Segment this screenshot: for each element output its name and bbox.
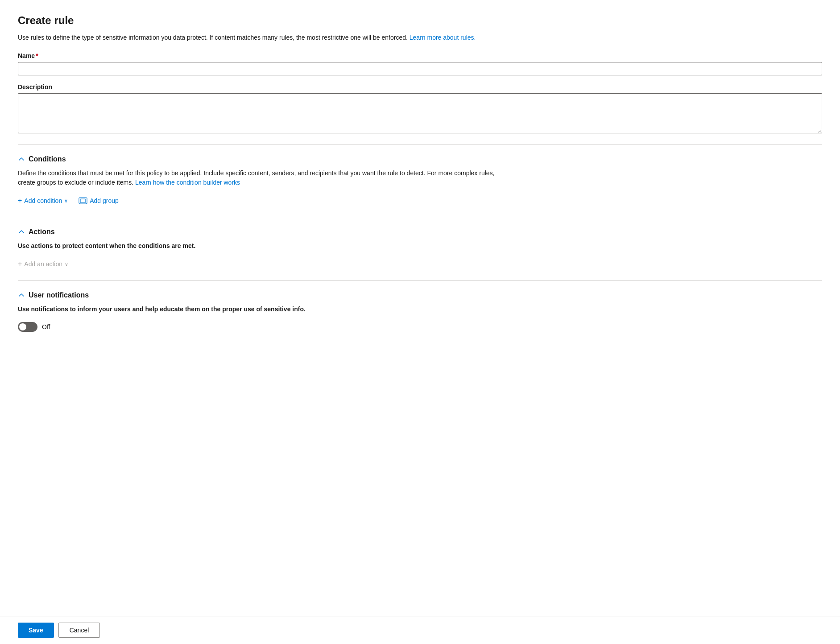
user-notifications-title: User notifications bbox=[29, 291, 89, 299]
add-action-label: Add an action bbox=[24, 260, 62, 268]
svg-rect-1 bbox=[80, 199, 86, 202]
divider-conditions bbox=[18, 144, 822, 144]
add-condition-caret: ∨ bbox=[64, 198, 68, 204]
name-label: Name* bbox=[18, 52, 822, 59]
conditions-description: Define the conditions that must be met f… bbox=[18, 169, 509, 187]
add-group-label: Add group bbox=[90, 197, 119, 204]
notifications-chevron-up-icon bbox=[18, 292, 25, 299]
add-action-plus-icon: + bbox=[18, 260, 22, 268]
toggle-knob bbox=[19, 323, 26, 330]
name-field-wrapper: Name* bbox=[18, 52, 822, 75]
add-action-caret: ∨ bbox=[65, 261, 68, 267]
name-input[interactable] bbox=[18, 62, 822, 75]
save-button[interactable]: Save bbox=[18, 623, 54, 638]
page-title: Create rule bbox=[18, 14, 822, 27]
actions-header: Actions bbox=[18, 228, 822, 236]
learn-rules-link[interactable]: Learn more about rules. bbox=[410, 34, 476, 41]
actions-description: Use actions to protect content when the … bbox=[18, 241, 509, 251]
add-group-button[interactable]: Add group bbox=[79, 195, 119, 206]
page-description-text: Use rules to define the type of sensitiv… bbox=[18, 34, 408, 41]
actions-chevron-up-icon bbox=[18, 228, 25, 235]
conditions-section: Conditions Define the conditions that mu… bbox=[18, 155, 822, 206]
description-field-wrapper: Description bbox=[18, 83, 822, 133]
user-notifications-description: Use notifications to inform your users a… bbox=[18, 305, 509, 314]
add-group-icon bbox=[79, 197, 87, 204]
divider-notifications bbox=[18, 280, 822, 281]
actions-title: Actions bbox=[29, 228, 55, 236]
bottom-bar: Save Cancel bbox=[0, 616, 840, 644]
conditions-title: Conditions bbox=[29, 155, 66, 163]
page-description: Use rules to define the type of sensitiv… bbox=[18, 33, 509, 42]
add-action-button[interactable]: + Add an action ∨ bbox=[18, 259, 68, 269]
description-input[interactable] bbox=[18, 93, 822, 133]
page-container: Create rule Use rules to define the type… bbox=[0, 0, 840, 644]
description-label: Description bbox=[18, 83, 822, 91]
actions-action-bar: + Add an action ∨ bbox=[18, 259, 822, 269]
divider-actions bbox=[18, 217, 822, 217]
user-notifications-section: User notifications Use notifications to … bbox=[18, 291, 822, 332]
conditions-action-bar: + Add condition ∨ Add group bbox=[18, 195, 822, 206]
conditions-header: Conditions bbox=[18, 155, 822, 163]
user-notifications-header: User notifications bbox=[18, 291, 822, 299]
add-condition-label: Add condition bbox=[24, 197, 62, 204]
required-asterisk: * bbox=[36, 52, 38, 59]
add-condition-button[interactable]: + Add condition ∨ bbox=[18, 195, 68, 206]
learn-condition-builder-link[interactable]: Learn how the condition builder works bbox=[135, 179, 240, 186]
actions-section: Actions Use actions to protect content w… bbox=[18, 228, 822, 269]
toggle-wrapper: Off bbox=[18, 322, 822, 332]
toggle-label: Off bbox=[42, 323, 50, 330]
plus-icon: + bbox=[18, 197, 22, 204]
cancel-button[interactable]: Cancel bbox=[58, 623, 100, 638]
notifications-toggle[interactable] bbox=[18, 322, 37, 332]
chevron-up-icon bbox=[18, 156, 25, 163]
